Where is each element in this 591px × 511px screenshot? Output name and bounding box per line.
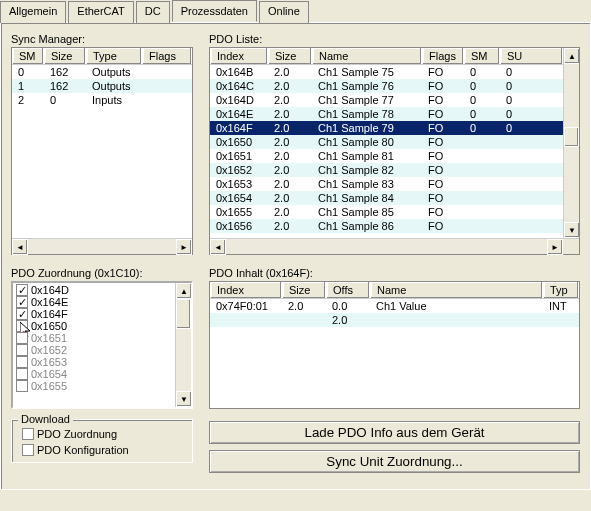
- table-row[interactable]: 0x16552.0Ch1 Sample 85FO: [210, 205, 563, 219]
- chk-label: PDO Zuordnung: [37, 428, 117, 440]
- col-index[interactable]: Index: [210, 282, 282, 298]
- sync-manager-list[interactable]: SM Size Type Flags 0162Outputs1162Output…: [11, 47, 193, 255]
- scroll-right-icon[interactable]: ►: [547, 239, 563, 255]
- list-item-label: 0x164E: [31, 296, 68, 308]
- list-item[interactable]: 0x1652: [14, 344, 174, 356]
- checkbox-icon[interactable]: [16, 344, 28, 356]
- col-size[interactable]: Size: [282, 282, 326, 298]
- list-item-label: 0x1650: [31, 320, 67, 332]
- table-row[interactable]: 0x164D2.0Ch1 Sample 77FO00: [210, 93, 563, 107]
- list-item[interactable]: 0x1650: [14, 320, 174, 332]
- list-item[interactable]: 0x1655: [14, 380, 174, 392]
- list-item-label: 0x1651: [31, 332, 67, 344]
- checkbox-icon[interactable]: [16, 356, 28, 368]
- table-row[interactable]: 0x16532.0Ch1 Sample 83FO: [210, 177, 563, 191]
- scroll-down-icon[interactable]: ▼: [176, 391, 192, 407]
- col-sm[interactable]: SM: [464, 48, 500, 64]
- scrollbar-v[interactable]: ▲ ▼: [563, 48, 579, 238]
- scroll-right-icon[interactable]: ►: [176, 239, 192, 255]
- col-name[interactable]: Name: [370, 282, 543, 298]
- chk-pdo-zuordnung[interactable]: PDO Zuordnung: [20, 428, 184, 440]
- col-flags[interactable]: Flags: [422, 48, 464, 64]
- checkbox-icon[interactable]: [16, 308, 28, 320]
- list-item[interactable]: 0x1654: [14, 368, 174, 380]
- col-size[interactable]: Size: [44, 48, 86, 64]
- checkbox-icon[interactable]: [22, 444, 34, 456]
- sync-unit-button[interactable]: Sync Unit Zuordnung...: [209, 450, 580, 473]
- scrollbar-h[interactable]: ◄ ►: [12, 238, 192, 254]
- pdo-inhalt-list[interactable]: Index Size Offs Name Typ 0x74F0:012.00.0…: [209, 281, 580, 409]
- scroll-down-icon[interactable]: ▼: [564, 222, 579, 238]
- checkbox-icon[interactable]: [16, 380, 28, 392]
- tab-dc[interactable]: DC: [136, 1, 170, 23]
- col-flags[interactable]: Flags: [142, 48, 192, 64]
- table-row[interactable]: 0x16562.0Ch1 Sample 86FO: [210, 219, 563, 233]
- chk-pdo-konfiguration[interactable]: PDO Konfiguration: [20, 444, 184, 456]
- list-item-label: 0x1655: [31, 380, 67, 392]
- scroll-left-icon[interactable]: ◄: [12, 239, 28, 255]
- checkbox-icon[interactable]: [22, 428, 34, 440]
- col-size[interactable]: Size: [268, 48, 312, 64]
- scroll-up-icon[interactable]: ▲: [564, 48, 579, 64]
- table-row[interactable]: 0x164E2.0Ch1 Sample 78FO00: [210, 107, 563, 121]
- pdo-liste-label: PDO Liste:: [209, 33, 580, 45]
- table-row[interactable]: 2.0: [210, 313, 579, 327]
- pdo-zuordnung-list[interactable]: 0x164D0x164E0x164F0x16500x16510x16520x16…: [11, 281, 193, 409]
- col-offs[interactable]: Offs: [326, 282, 370, 298]
- table-row[interactable]: 0x164F2.0Ch1 Sample 79FO00: [210, 121, 563, 135]
- col-index[interactable]: Index: [210, 48, 268, 64]
- list-item[interactable]: 0x164E: [14, 296, 174, 308]
- pdo-zuordnung-label: PDO Zuordnung (0x1C10):: [11, 267, 193, 279]
- list-item-label: 0x1653: [31, 356, 67, 368]
- download-group: Download PDO Zuordnung PDO Konfiguration: [11, 419, 193, 463]
- scroll-up-icon[interactable]: ▲: [176, 283, 192, 299]
- download-title: Download: [18, 413, 73, 425]
- sync-manager-label: Sync Manager:: [11, 33, 193, 45]
- list-item[interactable]: 0x1653: [14, 356, 174, 368]
- load-pdo-button[interactable]: Lade PDO Info aus dem Gerät: [209, 421, 580, 444]
- checkbox-icon[interactable]: [16, 296, 28, 308]
- scrollbar-v[interactable]: ▲ ▼: [175, 283, 191, 407]
- tab-online[interactable]: Online: [259, 1, 309, 23]
- list-item-label: 0x164F: [31, 308, 68, 320]
- col-typ[interactable]: Typ: [543, 282, 579, 298]
- table-row[interactable]: 0x164B2.0Ch1 Sample 75FO00: [210, 65, 563, 79]
- table-row[interactable]: 0x16522.0Ch1 Sample 82FO: [210, 163, 563, 177]
- tab-ethercat[interactable]: EtherCAT: [68, 1, 133, 23]
- checkbox-icon[interactable]: [16, 284, 28, 296]
- col-sm[interactable]: SM: [12, 48, 44, 64]
- table-row[interactable]: 0x16542.0Ch1 Sample 84FO: [210, 191, 563, 205]
- list-item[interactable]: 0x164D: [14, 284, 174, 296]
- table-row[interactable]: 0x164C2.0Ch1 Sample 76FO00: [210, 79, 563, 93]
- checkbox-icon[interactable]: [16, 332, 28, 344]
- list-item-label: 0x1654: [31, 368, 67, 380]
- scroll-left-icon[interactable]: ◄: [210, 239, 226, 255]
- col-type[interactable]: Type: [86, 48, 142, 64]
- list-item[interactable]: 0x1651: [14, 332, 174, 344]
- scrollbar-h[interactable]: ◄ ►: [210, 238, 579, 254]
- pdo-liste[interactable]: Index Size Name Flags SM SU 0x164B2.0Ch1…: [209, 47, 580, 255]
- table-row[interactable]: 20Inputs: [12, 93, 192, 107]
- tab-bar: Allgemein EtherCAT DC Prozessdaten Onlin…: [0, 0, 591, 23]
- list-item-label: 0x164D: [31, 284, 69, 296]
- table-row[interactable]: 0x16512.0Ch1 Sample 81FO: [210, 149, 563, 163]
- tab-allgemein[interactable]: Allgemein: [0, 1, 66, 23]
- pdo-inhalt-label: PDO Inhalt (0x164F):: [209, 267, 580, 279]
- table-row[interactable]: 0x74F0:012.00.0Ch1 ValueINT: [210, 299, 579, 313]
- table-row[interactable]: 1162Outputs: [12, 79, 192, 93]
- checkbox-icon[interactable]: [16, 320, 28, 332]
- chk-label: PDO Konfiguration: [37, 444, 129, 456]
- col-name[interactable]: Name: [312, 48, 422, 64]
- list-item[interactable]: 0x164F: [14, 308, 174, 320]
- list-item-label: 0x1652: [31, 344, 67, 356]
- table-row[interactable]: 0162Outputs: [12, 65, 192, 79]
- col-su[interactable]: SU: [500, 48, 563, 64]
- tab-prozessdaten[interactable]: Prozessdaten: [172, 0, 257, 22]
- table-row[interactable]: 0x16502.0Ch1 Sample 80FO: [210, 135, 563, 149]
- checkbox-icon[interactable]: [16, 368, 28, 380]
